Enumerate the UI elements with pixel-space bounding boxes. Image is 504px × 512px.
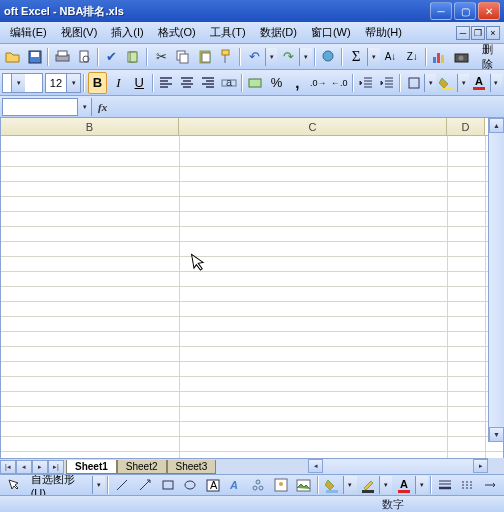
increase-decimal-icon[interactable]: .0→ — [309, 72, 328, 94]
research-icon[interactable] — [124, 46, 144, 68]
column-header-B[interactable]: B — [1, 118, 179, 135]
spelling-icon[interactable]: ✔ — [102, 46, 122, 68]
fx-icon[interactable]: fx — [98, 101, 107, 113]
align-right-icon[interactable] — [198, 72, 217, 94]
fill-color-draw-icon[interactable] — [322, 474, 343, 496]
arrow-style-icon[interactable] — [480, 474, 501, 496]
doc-close-button[interactable]: × — [486, 26, 500, 40]
autosum-icon[interactable]: Σ — [346, 46, 366, 68]
column-header-C[interactable]: C — [179, 118, 447, 135]
hyperlink-icon[interactable] — [319, 46, 339, 68]
bold-button[interactable]: B — [88, 72, 107, 94]
fill-color-draw-dropdown[interactable]: ▾ — [343, 476, 356, 494]
clipart-icon[interactable] — [271, 474, 292, 496]
underline-button[interactable]: U — [130, 72, 149, 94]
percent-button[interactable]: % — [267, 72, 286, 94]
decrease-indent-icon[interactable] — [357, 72, 376, 94]
oval-icon[interactable] — [180, 474, 201, 496]
doc-restore-button[interactable]: ❐ — [471, 26, 485, 40]
fill-color-dropdown[interactable]: ▾ — [457, 74, 469, 92]
undo-dropdown[interactable]: ▾ — [265, 48, 278, 66]
menu-window[interactable]: 窗口(W) — [305, 23, 357, 42]
horizontal-scrollbar[interactable]: ◂ ▸ — [308, 459, 488, 474]
scroll-left-button[interactable]: ◂ — [308, 459, 323, 473]
borders-dropdown[interactable]: ▾ — [424, 74, 436, 92]
diagram-icon[interactable] — [248, 474, 269, 496]
font-color-icon[interactable]: A — [470, 72, 489, 94]
tab-nav-last[interactable]: ▸| — [48, 460, 64, 474]
currency-icon[interactable] — [246, 72, 265, 94]
align-center-icon[interactable] — [178, 72, 197, 94]
autoshapes-button[interactable]: 自选图形(U) — [25, 474, 92, 496]
print-preview-icon[interactable] — [74, 46, 94, 68]
column-header-D[interactable]: D — [447, 118, 485, 135]
close-button[interactable]: ✕ — [478, 2, 500, 20]
redo-icon[interactable]: ↷ — [278, 46, 298, 68]
open-icon[interactable] — [3, 46, 23, 68]
comma-button[interactable]: , — [288, 72, 307, 94]
cut-icon[interactable]: ✂ — [151, 46, 171, 68]
autoshapes-dropdown[interactable]: ▾ — [92, 476, 105, 494]
sheet-tab-sheet3[interactable]: Sheet3 — [167, 460, 217, 474]
redo-dropdown[interactable]: ▾ — [299, 48, 312, 66]
increase-indent-icon[interactable] — [377, 72, 396, 94]
font-color-dropdown[interactable]: ▾ — [490, 74, 502, 92]
menu-data[interactable]: 数据(D) — [254, 23, 303, 42]
sheet-tab-sheet2[interactable]: Sheet2 — [117, 460, 167, 474]
format-painter-icon[interactable] — [216, 46, 236, 68]
undo-icon[interactable]: ↶ — [244, 46, 264, 68]
decrease-decimal-icon[interactable]: ←.0 — [330, 72, 349, 94]
line-color-icon[interactable] — [358, 474, 379, 496]
autosum-dropdown[interactable]: ▾ — [367, 48, 380, 66]
font-name-dropdown[interactable]: ▾ — [2, 73, 43, 93]
paste-icon[interactable] — [195, 46, 215, 68]
vertical-scrollbar[interactable]: ▲ ▼ — [488, 118, 504, 442]
menu-view[interactable]: 视图(V) — [55, 23, 104, 42]
minimize-button[interactable]: ─ — [430, 2, 452, 20]
line-icon[interactable] — [112, 474, 133, 496]
textbox-icon[interactable]: A — [203, 474, 224, 496]
scroll-up-button[interactable]: ▲ — [489, 118, 504, 133]
sort-desc-icon[interactable]: Z↓ — [402, 46, 422, 68]
save-icon[interactable] — [25, 46, 45, 68]
copy-icon[interactable] — [173, 46, 193, 68]
menu-help[interactable]: 帮助(H) — [359, 23, 408, 42]
sort-asc-icon[interactable]: A↓ — [381, 46, 401, 68]
tab-nav-next[interactable]: ▸ — [32, 460, 48, 474]
delete-button[interactable]: 删除 — [473, 46, 500, 68]
maximize-button[interactable]: ▢ — [454, 2, 476, 20]
scroll-down-button[interactable]: ▼ — [489, 427, 504, 442]
italic-button[interactable]: I — [109, 72, 128, 94]
spreadsheet-grid[interactable]: BCD — [0, 118, 504, 458]
menu-format[interactable]: 格式(O) — [152, 23, 202, 42]
font-color-draw-dropdown[interactable]: ▾ — [415, 476, 428, 494]
fill-color-icon[interactable] — [437, 72, 456, 94]
tab-nav-first[interactable]: |◂ — [0, 460, 16, 474]
draw-arrow-icon[interactable] — [3, 474, 24, 496]
name-box[interactable]: ▾ — [2, 98, 92, 116]
merge-center-icon[interactable]: a — [219, 72, 238, 94]
svg-point-13 — [323, 51, 333, 61]
chart-wizard-icon[interactable] — [430, 46, 450, 68]
scroll-right-button[interactable]: ▸ — [473, 459, 488, 473]
borders-icon[interactable] — [404, 72, 423, 94]
cells-area[interactable] — [1, 136, 503, 458]
print-icon[interactable] — [52, 46, 72, 68]
line-color-dropdown[interactable]: ▾ — [379, 476, 392, 494]
font-size-dropdown[interactable]: 12▾ — [45, 73, 81, 93]
rectangle-icon[interactable] — [157, 474, 178, 496]
camera-icon[interactable] — [452, 46, 472, 68]
wordart-icon[interactable]: A — [225, 474, 246, 496]
arrow-icon[interactable] — [135, 474, 156, 496]
line-style-icon[interactable] — [435, 474, 456, 496]
picture-icon[interactable] — [293, 474, 314, 496]
menu-tools[interactable]: 工具(T) — [204, 23, 252, 42]
dash-style-icon[interactable] — [458, 474, 479, 496]
font-color-draw-icon[interactable]: A — [393, 474, 414, 496]
menu-insert[interactable]: 插入(I) — [105, 23, 149, 42]
tab-nav-prev[interactable]: ◂ — [16, 460, 32, 474]
align-left-icon[interactable] — [157, 72, 176, 94]
sheet-tab-sheet1[interactable]: Sheet1 — [66, 460, 117, 474]
menu-edit[interactable]: 编辑(E) — [4, 23, 53, 42]
doc-minimize-button[interactable]: ─ — [456, 26, 470, 40]
